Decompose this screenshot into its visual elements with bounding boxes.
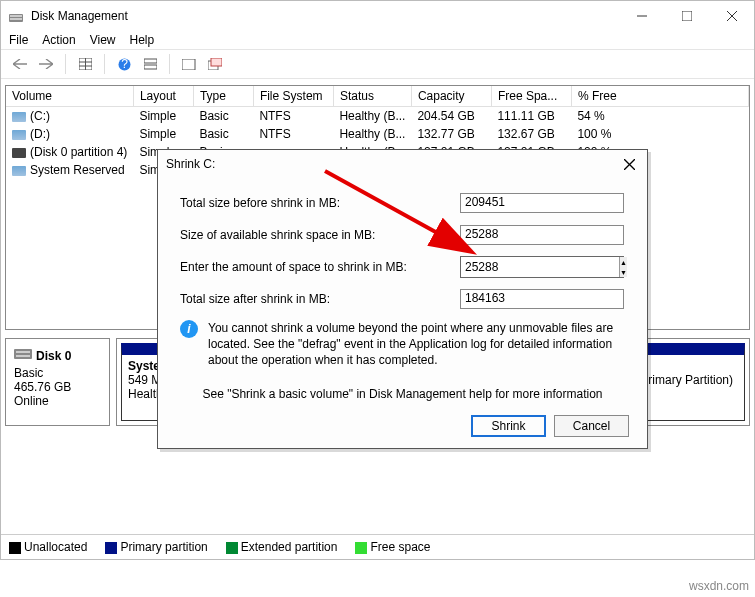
disk-type: Basic (14, 366, 101, 380)
watermark: wsxdn.com (689, 579, 749, 593)
menu-view[interactable]: View (90, 33, 116, 47)
col-type[interactable]: Type (193, 86, 253, 107)
svg-rect-1 (10, 15, 22, 17)
legend: Unallocated Primary partition Extended p… (1, 534, 754, 559)
disk-name: Disk 0 (36, 349, 71, 363)
disk-status: Online (14, 394, 101, 408)
dialog-title: Shrink C: (166, 157, 619, 171)
dialog-close-button[interactable] (619, 156, 639, 172)
grid-icon[interactable] (74, 53, 96, 75)
menu-bar: File Action View Help (1, 31, 754, 49)
spinner-down-icon[interactable]: ▼ (620, 267, 627, 277)
menu-help[interactable]: Help (130, 33, 155, 47)
back-button-icon[interactable] (9, 53, 31, 75)
svg-rect-15 (182, 59, 195, 70)
spinner-up-icon[interactable]: ▲ (620, 257, 627, 267)
col-status[interactable]: Status (333, 86, 411, 107)
title-bar: Disk Management (1, 1, 754, 31)
forward-button-icon[interactable] (35, 53, 57, 75)
shrink-amount-input[interactable] (461, 257, 619, 277)
menu-file[interactable]: File (9, 33, 28, 47)
svg-rect-20 (16, 355, 30, 357)
svg-rect-18 (14, 349, 32, 359)
col-layout[interactable]: Layout (133, 86, 193, 107)
disk-size: 465.76 GB (14, 380, 101, 394)
value-total-before: 209451 (460, 193, 624, 213)
col-filesystem[interactable]: File System (253, 86, 333, 107)
help-text: See "Shrink a basic volume" in Disk Mana… (180, 387, 625, 401)
col-capacity[interactable]: Capacity (411, 86, 491, 107)
action-icon[interactable] (178, 53, 200, 75)
table-header-row: Volume Layout Type File System Status Ca… (6, 86, 749, 107)
col-freespace[interactable]: Free Spa... (491, 86, 571, 107)
maximize-button[interactable] (664, 1, 709, 31)
col-volume[interactable]: Volume (6, 86, 133, 107)
window-title: Disk Management (31, 9, 619, 23)
close-button[interactable] (709, 1, 754, 31)
disk-icon (14, 347, 32, 364)
svg-rect-14 (144, 65, 157, 69)
minimize-button[interactable] (619, 1, 664, 31)
drive-icon (12, 112, 26, 122)
label-total-after: Total size after shrink in MB: (180, 292, 460, 306)
svg-rect-4 (682, 11, 692, 21)
value-total-after: 184163 (460, 289, 624, 309)
table-row[interactable]: (C:)SimpleBasicNTFSHealthy (B...204.54 G… (6, 107, 749, 126)
svg-rect-17 (211, 58, 222, 66)
shrink-dialog: Shrink C: Total size before shrink in MB… (157, 149, 648, 449)
refresh-icon[interactable] (139, 53, 161, 75)
help-icon[interactable]: ? (113, 53, 135, 75)
dialog-titlebar: Shrink C: (158, 150, 647, 178)
drive-icon (12, 148, 26, 158)
svg-rect-13 (144, 59, 157, 63)
shrink-amount-spinner[interactable]: ▲ ▼ (460, 256, 624, 278)
label-enter-shrink: Enter the amount of space to shrink in M… (180, 260, 460, 274)
shrink-button[interactable]: Shrink (471, 415, 546, 437)
label-available-shrink: Size of available shrink space in MB: (180, 228, 460, 242)
legend-swatch-extended (226, 542, 238, 554)
value-available-shrink: 25288 (460, 225, 624, 245)
legend-swatch-primary (105, 542, 117, 554)
drive-icon (12, 130, 26, 140)
toolbar: ? (1, 49, 754, 79)
properties-icon[interactable] (204, 53, 226, 75)
legend-swatch-unallocated (9, 542, 21, 554)
menu-action[interactable]: Action (42, 33, 75, 47)
label-total-before: Total size before shrink in MB: (180, 196, 460, 210)
info-text: You cannot shrink a volume beyond the po… (208, 320, 625, 369)
disk-info-pane[interactable]: Disk 0 Basic 465.76 GB Online (5, 338, 110, 426)
table-row[interactable]: (D:)SimpleBasicNTFSHealthy (B...132.77 G… (6, 125, 749, 143)
info-icon: i (180, 320, 198, 338)
svg-rect-2 (10, 18, 22, 20)
drive-icon (12, 166, 26, 176)
legend-swatch-free (355, 542, 367, 554)
app-icon (8, 8, 24, 24)
cancel-button[interactable]: Cancel (554, 415, 629, 437)
col-pctfree[interactable]: % Free (571, 86, 748, 107)
svg-rect-19 (16, 351, 30, 353)
svg-text:?: ? (121, 58, 128, 71)
